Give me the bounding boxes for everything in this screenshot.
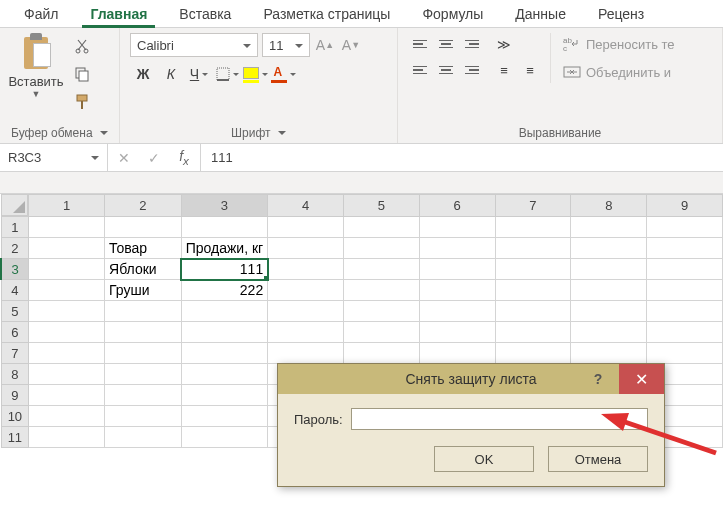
tab-data[interactable]: Данные (499, 0, 582, 27)
active-cell[interactable]: 111 (181, 259, 267, 280)
align-left-button[interactable] (408, 59, 432, 81)
select-all-corner[interactable] (1, 195, 29, 217)
col-header[interactable]: 3 (181, 195, 267, 217)
unprotect-sheet-dialog: Снять защиту листа ? ✕ Пароль: OK Отмена (277, 363, 665, 487)
increase-indent-button[interactable]: ≡ (518, 59, 542, 81)
borders-button[interactable] (214, 62, 240, 86)
align-bottom-button[interactable] (460, 33, 484, 55)
col-header[interactable]: 7 (495, 195, 571, 217)
formula-input[interactable]: 111 (201, 144, 723, 171)
paste-label: Вставить (8, 74, 63, 89)
copy-button[interactable] (71, 63, 93, 85)
row-header[interactable]: 8 (1, 364, 29, 385)
row-header[interactable]: 4 (1, 280, 29, 301)
svg-rect-6 (217, 68, 229, 80)
dialog-help-button[interactable]: ? (580, 364, 616, 394)
svg-rect-4 (77, 95, 87, 101)
svg-text:c: c (563, 44, 567, 52)
col-header[interactable]: 1 (29, 195, 105, 217)
bold-button[interactable]: Ж (130, 62, 156, 86)
col-header[interactable]: 5 (343, 195, 419, 217)
tab-pagelayout[interactable]: Разметка страницы (247, 0, 406, 27)
align-center-button[interactable] (434, 59, 458, 81)
col-header[interactable]: 4 (268, 195, 344, 217)
cell[interactable]: Яблоки (105, 259, 182, 280)
col-header[interactable]: 2 (105, 195, 182, 217)
svg-rect-3 (79, 71, 88, 81)
format-painter-button[interactable] (71, 91, 93, 113)
enter-formula-button[interactable]: ✓ (144, 150, 164, 166)
formula-bar: R3C3 ✕ ✓ fx 111 (0, 144, 723, 172)
row-header[interactable]: 1 (1, 217, 29, 238)
align-top-button[interactable] (408, 33, 432, 55)
font-group-label: Шрифт (231, 126, 270, 140)
font-name-combo[interactable]: Calibri (130, 33, 258, 57)
row-header[interactable]: 3 (1, 259, 29, 280)
tab-home[interactable]: Главная (74, 0, 163, 27)
row-header[interactable]: 7 (1, 343, 29, 364)
orientation-button[interactable]: ≫ (492, 33, 516, 55)
paste-icon (20, 33, 52, 71)
cancel-formula-button[interactable]: ✕ (114, 150, 134, 166)
ribbon-tabs: Файл Главная Вставка Разметка страницы Ф… (0, 0, 723, 28)
fill-color-button[interactable] (242, 62, 268, 86)
row-header[interactable]: 11 (1, 427, 29, 448)
dialog-title: Снять защиту листа (405, 371, 536, 387)
row-header[interactable]: 10 (1, 406, 29, 427)
tab-review[interactable]: Реценз (582, 0, 660, 27)
tab-formulas[interactable]: Формулы (406, 0, 499, 27)
svg-rect-5 (81, 101, 83, 109)
wrap-text-icon: abc (563, 36, 581, 52)
italic-button[interactable]: К (158, 62, 184, 86)
row-header[interactable]: 2 (1, 238, 29, 259)
cell[interactable]: 222 (181, 280, 267, 301)
decrease-font-button[interactable]: A▼ (340, 34, 362, 56)
merge-center-button[interactable]: Объединить и (563, 61, 675, 83)
name-box[interactable]: R3C3 (0, 144, 108, 171)
ribbon: Вставить ▼ Буфер обмена Calibri 11 A▲ A▼… (0, 28, 723, 144)
cell[interactable]: Продажи, кг (181, 238, 267, 259)
font-color-button[interactable] (270, 62, 296, 86)
password-input[interactable] (351, 408, 648, 430)
align-right-button[interactable] (460, 59, 484, 81)
paste-button[interactable]: Вставить ▼ (10, 33, 62, 99)
cell[interactable]: Груши (105, 280, 182, 301)
font-size-combo[interactable]: 11 (262, 33, 310, 57)
row-header[interactable]: 6 (1, 322, 29, 343)
decrease-indent-button[interactable]: ≡ (492, 59, 516, 81)
dialog-close-button[interactable]: ✕ (619, 364, 664, 394)
tab-insert[interactable]: Вставка (163, 0, 247, 27)
password-label: Пароль: (294, 412, 343, 427)
col-header[interactable]: 8 (571, 195, 647, 217)
align-middle-button[interactable] (434, 33, 458, 55)
increase-font-button[interactable]: A▲ (314, 34, 336, 56)
ok-button[interactable]: OK (434, 446, 534, 472)
cut-button[interactable] (71, 35, 93, 57)
row-header[interactable]: 9 (1, 385, 29, 406)
cell[interactable]: Товар (105, 238, 182, 259)
dialog-title-bar[interactable]: Снять защиту листа ? ✕ (278, 364, 664, 394)
wrap-text-button[interactable]: abc Переносить те (563, 33, 675, 55)
col-header[interactable]: 6 (419, 195, 495, 217)
merge-icon (563, 64, 581, 80)
tab-file[interactable]: Файл (8, 0, 74, 27)
underline-button[interactable]: Ч (186, 62, 212, 86)
clipboard-group-label: Буфер обмена (11, 126, 93, 140)
insert-function-button[interactable]: fx (174, 148, 194, 167)
row-header[interactable]: 5 (1, 301, 29, 322)
cancel-button[interactable]: Отмена (548, 446, 648, 472)
col-header[interactable]: 9 (647, 195, 723, 217)
alignment-group-label: Выравнивание (519, 126, 602, 140)
